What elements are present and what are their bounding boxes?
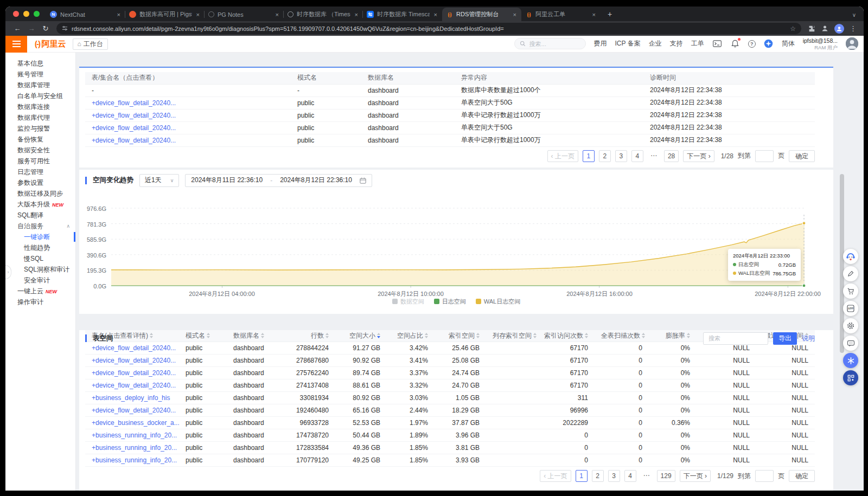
cart-float-button[interactable]: [843, 284, 858, 299]
tab-close-icon[interactable]: ×: [275, 11, 280, 18]
table-name-link[interactable]: +device_flow_detail_20240...: [92, 382, 176, 389]
sort-icon[interactable]: [687, 333, 690, 338]
tab-close-icon[interactable]: ×: [195, 11, 201, 18]
table-name-link[interactable]: +business_running_info_20...: [92, 444, 177, 452]
column-header[interactable]: 全表扫描次数: [595, 330, 649, 342]
time-range-select[interactable]: 近1天 ∨: [139, 174, 179, 187]
extensions-puzzle-icon[interactable]: [808, 25, 815, 33]
browser-tab[interactable]: N NextChat ×: [46, 8, 125, 21]
tab-search-chevron-icon[interactable]: ∨: [852, 12, 856, 18]
sort-icon[interactable]: [207, 333, 210, 338]
legend-item[interactable]: 数据空间: [392, 298, 424, 306]
column-header[interactable]: 空间占比: [387, 330, 435, 342]
column-header[interactable]: 行数: [278, 330, 335, 342]
browser-tab[interactable]: 时序数据库 （TimescaleDB） ×: [284, 8, 363, 21]
browser-account-avatar[interactable]: [834, 24, 844, 34]
sidebar-item[interactable]: SQL翻译: [5, 210, 75, 221]
table-name-link[interactable]: +device_flow_detail_20240...: [92, 407, 176, 414]
table-name-link[interactable]: +device_flow_detail_20240...: [92, 124, 176, 132]
browser-menu-icon[interactable]: ⋮: [850, 24, 856, 33]
tab-close-icon[interactable]: ×: [433, 11, 438, 18]
help-icon[interactable]: ?: [748, 40, 756, 48]
header-nav-item[interactable]: 支持: [670, 39, 683, 48]
table-name-link[interactable]: +device_flow_detail_20240...: [92, 369, 176, 377]
table-name-link[interactable]: +business_running_info_20...: [92, 431, 177, 439]
header-nav-item[interactable]: ICP 备案: [615, 39, 641, 48]
sort-icon[interactable]: [476, 333, 480, 338]
copilot-icon[interactable]: [764, 39, 774, 49]
workbench-button[interactable]: ⌂ 工作台: [73, 38, 108, 50]
scan-float-button[interactable]: [843, 370, 858, 385]
new-tab-button[interactable]: +: [604, 8, 616, 20]
sort-icon[interactable]: [377, 333, 380, 338]
sort-icon[interactable]: [261, 333, 264, 338]
aliyun-logo[interactable]: (-) 阿里云: [35, 39, 66, 49]
tab-close-icon[interactable]: ×: [591, 11, 597, 18]
page-number-button[interactable]: 2: [592, 470, 604, 482]
column-header[interactable]: 膨胀率: [649, 330, 697, 342]
column-header[interactable]: 列存索引空间: [486, 330, 538, 342]
browser-tab[interactable]: (-) RDS管理控制台 ×: [442, 8, 521, 21]
console-search-input[interactable]: [528, 40, 577, 48]
sidebar-item[interactable]: SQL洞察和审计: [5, 264, 75, 275]
sidebar-item[interactable]: 大版本升级NEW: [5, 199, 75, 210]
space-trend-chart[interactable]: 976.6G781.3G585.9G390.6G195.3G0.0G 2024年…: [79, 170, 833, 314]
message-float-button[interactable]: [843, 336, 858, 351]
table-name-link[interactable]: +business_deploy_info_his: [92, 394, 170, 402]
sidebar-item[interactable]: 性能趋势: [5, 242, 75, 253]
address-bar[interactable]: rdsnext.console.aliyun.com/detail/pgm-2z…: [56, 23, 801, 34]
page-number-button[interactable]: 1: [576, 470, 588, 482]
account-info[interactable]: ipfsbit@158... RAM 用户: [803, 37, 838, 50]
page-number-button[interactable]: 4: [631, 150, 643, 162]
minimize-window-icon[interactable]: [23, 11, 29, 17]
next-page-button[interactable]: 下一页 ›: [680, 470, 711, 482]
sort-icon[interactable]: [150, 333, 153, 338]
sidebar-item[interactable]: 数据库连接: [5, 101, 75, 112]
settings-float-button[interactable]: [843, 318, 858, 333]
feedback-float-button[interactable]: [843, 266, 858, 281]
browser-tab[interactable]: 数据库高可用 | Pigsty ×: [125, 8, 205, 21]
tab-close-icon[interactable]: ×: [116, 11, 122, 18]
header-nav-item[interactable]: 工单: [691, 39, 704, 48]
column-header[interactable]: 索引访问次数: [538, 330, 595, 342]
sidebar-item[interactable]: 数据迁移及同步: [5, 188, 75, 199]
browser-tab[interactable]: 知 时序数据库 TimescaleDB 基础 ×: [363, 8, 442, 21]
sidebar-item[interactable]: 监控与报警: [5, 123, 75, 134]
sort-icon[interactable]: [425, 333, 428, 338]
forward-icon[interactable]: →: [25, 24, 38, 33]
column-header[interactable]: 数据库名: [227, 330, 278, 342]
sidebar-item[interactable]: 备份恢复: [5, 134, 75, 145]
table-name-link[interactable]: +device_flow_detail_20240...: [92, 112, 176, 119]
table-name-link[interactable]: +business_running_info_20...: [92, 456, 177, 464]
app-float-button[interactable]: APP: [843, 301, 858, 316]
page-number-button[interactable]: 28: [664, 150, 679, 162]
table-name-link[interactable]: +device_business_docker_a...: [92, 419, 179, 427]
column-header[interactable]: 索引空间: [435, 330, 486, 342]
confirm-button[interactable]: 确定: [789, 470, 815, 482]
sidebar-item[interactable]: 数据安全性: [5, 145, 75, 156]
console-menu-icon[interactable]: [5, 36, 27, 53]
close-window-icon[interactable]: [13, 11, 19, 17]
prev-page-button[interactable]: ‹ 上一页: [547, 150, 578, 162]
date-range-picker[interactable]: 2024年8月11日 22:36:10 - 2024年8月12日 22:36:1…: [185, 174, 372, 187]
browser-tab[interactable]: PG Notes ×: [205, 8, 284, 21]
prev-page-button[interactable]: ‹ 上一页: [540, 470, 571, 482]
sidebar-item[interactable]: 数据库代理: [5, 112, 75, 123]
legend-item[interactable]: 日志空间: [434, 298, 466, 306]
page-jump-input[interactable]: [755, 150, 774, 162]
sidebar-item[interactable]: 操作审计: [5, 297, 75, 307]
maximize-window-icon[interactable]: [34, 11, 40, 17]
export-button[interactable]: 导出: [773, 332, 797, 345]
sidebar-item[interactable]: 自治服务∧: [5, 221, 75, 231]
column-header[interactable]: 空间大小: [335, 330, 387, 342]
tablespace-search[interactable]: [703, 332, 768, 345]
page-number-button[interactable]: 4: [624, 470, 636, 482]
sort-icon[interactable]: [642, 333, 645, 338]
confirm-button[interactable]: 确定: [789, 150, 815, 162]
table-name-link[interactable]: +device_flow_detail_20240...: [92, 137, 176, 144]
table-name-link[interactable]: +device_flow_detail_20240...: [92, 99, 176, 107]
bookmark-star-icon[interactable]: ☆: [790, 25, 796, 33]
legend-item[interactable]: WAL日志空间: [476, 298, 520, 306]
page-jump-input[interactable]: [755, 470, 774, 482]
browser-tab[interactable]: (-) 阿里云工单 ×: [521, 8, 601, 21]
